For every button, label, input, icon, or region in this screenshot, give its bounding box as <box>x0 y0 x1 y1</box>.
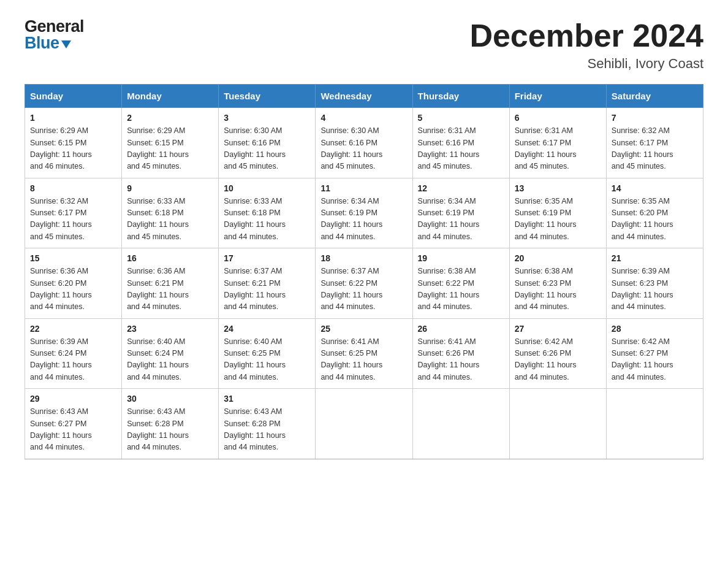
week-row-3: 15 Sunrise: 6:36 AMSunset: 6:20 PMDaylig… <box>25 248 703 319</box>
day-info: Sunrise: 6:34 AMSunset: 6:19 PMDaylight:… <box>320 197 382 241</box>
day-cell-13: 13 Sunrise: 6:35 AMSunset: 6:19 PMDaylig… <box>509 178 606 248</box>
header-tuesday: Tuesday <box>219 85 316 108</box>
week-row-1: 1 Sunrise: 6:29 AMSunset: 6:15 PMDayligh… <box>25 108 703 178</box>
day-number: 14 <box>612 183 698 193</box>
day-info: Sunrise: 6:32 AMSunset: 6:17 PMDaylight:… <box>30 197 92 241</box>
day-cell-27: 27 Sunrise: 6:42 AMSunset: 6:26 PMDaylig… <box>509 318 606 389</box>
day-number: 10 <box>224 183 310 193</box>
day-cell-4: 4 Sunrise: 6:30 AMSunset: 6:16 PMDayligh… <box>316 108 412 178</box>
day-info: Sunrise: 6:38 AMSunset: 6:23 PMDaylight:… <box>515 267 577 311</box>
day-number: 19 <box>418 253 504 263</box>
day-cell-2: 2 Sunrise: 6:29 AMSunset: 6:15 PMDayligh… <box>122 108 219 178</box>
calendar-body: 1 Sunrise: 6:29 AMSunset: 6:15 PMDayligh… <box>25 108 703 459</box>
day-cell-14: 14 Sunrise: 6:35 AMSunset: 6:20 PMDaylig… <box>606 178 703 248</box>
calendar-header: Sunday Monday Tuesday Wednesday Thursday… <box>25 85 703 108</box>
page-title: December 2024 <box>469 18 703 53</box>
logo-blue: Blue <box>25 35 84 52</box>
day-cell-3: 3 Sunrise: 6:30 AMSunset: 6:16 PMDayligh… <box>219 108 316 178</box>
empty-cell <box>606 389 703 459</box>
day-cell-31: 31 Sunrise: 6:43 AMSunset: 6:28 PMDaylig… <box>219 389 316 459</box>
day-cell-24: 24 Sunrise: 6:40 AMSunset: 6:25 PMDaylig… <box>219 318 316 389</box>
day-info: Sunrise: 6:36 AMSunset: 6:21 PMDaylight:… <box>127 267 189 311</box>
weekday-header-row: Sunday Monday Tuesday Wednesday Thursday… <box>25 85 703 108</box>
day-info: Sunrise: 6:30 AMSunset: 6:16 PMDaylight:… <box>224 126 286 170</box>
day-number: 26 <box>418 324 504 334</box>
day-cell-17: 17 Sunrise: 6:37 AMSunset: 6:21 PMDaylig… <box>219 248 316 319</box>
day-cell-20: 20 Sunrise: 6:38 AMSunset: 6:23 PMDaylig… <box>509 248 606 319</box>
day-cell-12: 12 Sunrise: 6:34 AMSunset: 6:19 PMDaylig… <box>412 178 509 248</box>
day-info: Sunrise: 6:37 AMSunset: 6:22 PMDaylight:… <box>320 267 382 311</box>
day-number: 6 <box>515 113 601 123</box>
title-area: December 2024 Sehibli, Ivory Coast <box>469 18 703 72</box>
day-cell-18: 18 Sunrise: 6:37 AMSunset: 6:22 PMDaylig… <box>316 248 412 319</box>
day-info: Sunrise: 6:37 AMSunset: 6:21 PMDaylight:… <box>224 267 286 311</box>
logo: General Blue <box>25 18 84 52</box>
day-info: Sunrise: 6:35 AMSunset: 6:20 PMDaylight:… <box>612 197 673 241</box>
day-info: Sunrise: 6:31 AMSunset: 6:17 PMDaylight:… <box>515 126 577 170</box>
day-info: Sunrise: 6:41 AMSunset: 6:26 PMDaylight:… <box>418 337 480 381</box>
empty-cell <box>509 389 606 459</box>
day-cell-26: 26 Sunrise: 6:41 AMSunset: 6:26 PMDaylig… <box>412 318 509 389</box>
day-info: Sunrise: 6:29 AMSunset: 6:15 PMDaylight:… <box>127 126 189 170</box>
day-number: 15 <box>30 253 116 263</box>
day-info: Sunrise: 6:43 AMSunset: 6:28 PMDaylight:… <box>224 407 286 451</box>
day-info: Sunrise: 6:33 AMSunset: 6:18 PMDaylight:… <box>224 197 286 241</box>
day-info: Sunrise: 6:32 AMSunset: 6:17 PMDaylight:… <box>612 126 673 170</box>
calendar-table: Sunday Monday Tuesday Wednesday Thursday… <box>25 84 703 459</box>
day-number: 1 <box>30 113 116 123</box>
day-number: 30 <box>127 394 213 404</box>
day-cell-23: 23 Sunrise: 6:40 AMSunset: 6:24 PMDaylig… <box>122 318 219 389</box>
day-cell-25: 25 Sunrise: 6:41 AMSunset: 6:25 PMDaylig… <box>316 318 412 389</box>
day-number: 25 <box>320 324 407 334</box>
logo-general: General <box>25 18 84 35</box>
day-info: Sunrise: 6:29 AMSunset: 6:15 PMDaylight:… <box>30 126 92 170</box>
day-number: 22 <box>30 324 116 334</box>
day-number: 23 <box>127 324 213 334</box>
day-number: 17 <box>224 253 310 263</box>
day-number: 16 <box>127 253 213 263</box>
day-number: 13 <box>515 183 601 193</box>
day-number: 9 <box>127 183 213 193</box>
day-cell-7: 7 Sunrise: 6:32 AMSunset: 6:17 PMDayligh… <box>606 108 703 178</box>
day-number: 12 <box>418 183 504 193</box>
day-info: Sunrise: 6:42 AMSunset: 6:27 PMDaylight:… <box>612 337 673 381</box>
day-info: Sunrise: 6:40 AMSunset: 6:25 PMDaylight:… <box>224 337 286 381</box>
page-subtitle: Sehibli, Ivory Coast <box>469 56 703 72</box>
day-info: Sunrise: 6:41 AMSunset: 6:25 PMDaylight:… <box>320 337 382 381</box>
day-number: 24 <box>224 324 310 334</box>
day-info: Sunrise: 6:39 AMSunset: 6:23 PMDaylight:… <box>612 267 673 311</box>
day-cell-10: 10 Sunrise: 6:33 AMSunset: 6:18 PMDaylig… <box>219 178 316 248</box>
day-info: Sunrise: 6:39 AMSunset: 6:24 PMDaylight:… <box>30 337 92 381</box>
day-cell-16: 16 Sunrise: 6:36 AMSunset: 6:21 PMDaylig… <box>122 248 219 319</box>
day-number: 21 <box>612 253 698 263</box>
header-thursday: Thursday <box>412 85 509 108</box>
day-cell-21: 21 Sunrise: 6:39 AMSunset: 6:23 PMDaylig… <box>606 248 703 319</box>
day-number: 8 <box>30 183 116 193</box>
day-number: 27 <box>515 324 601 334</box>
header-sunday: Sunday <box>25 85 122 108</box>
day-info: Sunrise: 6:42 AMSunset: 6:26 PMDaylight:… <box>515 337 577 381</box>
day-number: 31 <box>224 394 310 404</box>
day-number: 29 <box>30 394 116 404</box>
day-cell-15: 15 Sunrise: 6:36 AMSunset: 6:20 PMDaylig… <box>25 248 122 319</box>
day-info: Sunrise: 6:40 AMSunset: 6:24 PMDaylight:… <box>127 337 189 381</box>
day-info: Sunrise: 6:31 AMSunset: 6:16 PMDaylight:… <box>418 126 480 170</box>
day-cell-8: 8 Sunrise: 6:32 AMSunset: 6:17 PMDayligh… <box>25 178 122 248</box>
header-wednesday: Wednesday <box>316 85 412 108</box>
day-cell-19: 19 Sunrise: 6:38 AMSunset: 6:22 PMDaylig… <box>412 248 509 319</box>
day-number: 28 <box>612 324 698 334</box>
day-number: 20 <box>515 253 601 263</box>
week-row-5: 29 Sunrise: 6:43 AMSunset: 6:27 PMDaylig… <box>25 389 703 459</box>
day-number: 4 <box>320 113 407 123</box>
header-monday: Monday <box>122 85 219 108</box>
day-cell-30: 30 Sunrise: 6:43 AMSunset: 6:28 PMDaylig… <box>122 389 219 459</box>
logo-triangle-icon <box>61 40 71 48</box>
day-info: Sunrise: 6:36 AMSunset: 6:20 PMDaylight:… <box>30 267 92 311</box>
day-number: 5 <box>418 113 504 123</box>
day-number: 7 <box>612 113 698 123</box>
day-cell-29: 29 Sunrise: 6:43 AMSunset: 6:27 PMDaylig… <box>25 389 122 459</box>
day-info: Sunrise: 6:30 AMSunset: 6:16 PMDaylight:… <box>320 126 382 170</box>
day-cell-1: 1 Sunrise: 6:29 AMSunset: 6:15 PMDayligh… <box>25 108 122 178</box>
header-friday: Friday <box>509 85 606 108</box>
day-info: Sunrise: 6:43 AMSunset: 6:27 PMDaylight:… <box>30 407 92 451</box>
